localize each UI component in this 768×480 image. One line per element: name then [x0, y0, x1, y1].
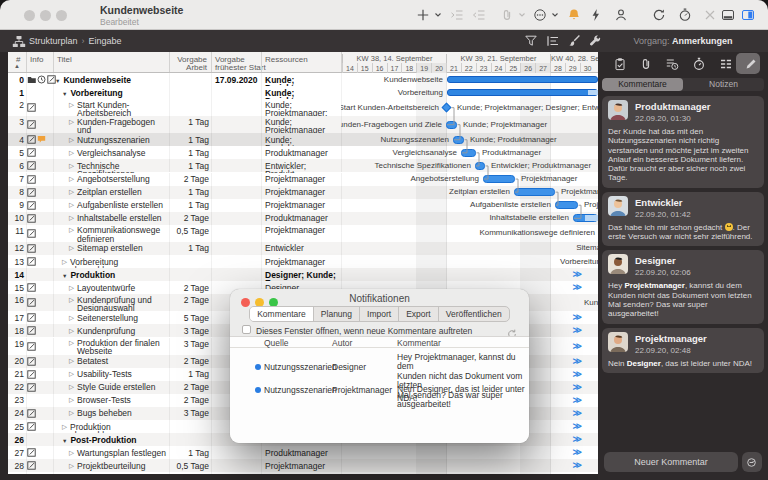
expand-arrow-icon[interactable]: ▷: [69, 149, 74, 157]
task-row[interactable]: 13▷Vorbereitung abgeschlossenProjektmana…: [8, 255, 598, 268]
annotations-pencil-tab[interactable]: [742, 55, 760, 73]
notification-row[interactable]: Nutzungsszenarien Designer Hey Projektma…: [230, 351, 529, 383]
filter-button[interactable]: [524, 34, 539, 49]
gantt-bar[interactable]: [555, 201, 578, 209]
add-button[interactable]: [415, 7, 431, 23]
comment-options-button[interactable]: [742, 452, 762, 472]
more-actions-chevron[interactable]: [547, 7, 563, 23]
expand-arrow-icon[interactable]: ▷: [69, 409, 74, 417]
inspector-tab-kommentare[interactable]: Kommentare: [602, 78, 683, 91]
comment-card[interactable]: Designer22.09.20, 02:06Hey Projektmanage…: [602, 250, 764, 323]
expand-arrow-icon[interactable]: ▷: [69, 327, 74, 335]
dialog-tab-veröffentlichen[interactable]: Veröffentlichen: [439, 307, 509, 321]
comment-card[interactable]: Produktmanager22.09.20, 01:30Der Kunde h…: [602, 96, 764, 188]
gantt-offscreen-marker[interactable]: ≫: [573, 269, 582, 279]
time-tracking-button[interactable]: [677, 7, 693, 23]
gantt-bar[interactable]: [573, 214, 598, 222]
style-button[interactable]: [567, 34, 582, 49]
planned-values-tab[interactable]: [663, 55, 681, 73]
collapse-arrow-icon[interactable]: ▼: [62, 437, 67, 445]
task-row[interactable]: 11▷Kommunikationswege definieren0,5 Tage…: [8, 225, 598, 242]
dialog-tab-import[interactable]: Import: [360, 307, 399, 321]
collapse-arrow-icon[interactable]: ▼: [62, 272, 67, 280]
task-row[interactable]: 9▷Aufgabenliste erstellen1 TagProjektman…: [8, 199, 598, 212]
indent-button[interactable]: [449, 7, 465, 23]
gantt-offscreen-marker[interactable]: ≫: [573, 395, 582, 405]
notifications-bell-button[interactable]: [566, 7, 582, 23]
col-title[interactable]: Titel: [57, 55, 72, 64]
minimize-window-button[interactable]: [40, 10, 51, 21]
expand-arrow-icon[interactable]: ▷: [69, 188, 74, 196]
expand-arrow-icon[interactable]: ▷: [69, 175, 74, 183]
expand-arrow-icon[interactable]: ▷: [69, 101, 74, 118]
breadcrumb[interactable]: Strukturplan›Eingabe: [29, 36, 122, 46]
expand-arrow-icon[interactable]: ▷: [69, 244, 74, 252]
task-row[interactable]: 8▷Zeitplan erstellen1 TagProjektmanagerZ…: [8, 186, 598, 199]
gantt-offscreen-marker[interactable]: ≫: [573, 421, 582, 431]
expand-arrow-icon[interactable]: ▷: [69, 226, 74, 243]
outline-options-button[interactable]: [546, 34, 561, 49]
gantt-bar[interactable]: [446, 121, 457, 129]
gantt-offscreen-marker[interactable]: ≫: [573, 473, 582, 474]
inspector-tab-notizen[interactable]: Notizen: [683, 78, 764, 91]
gantt-offscreen-marker[interactable]: ≫: [573, 408, 582, 418]
dialog-tab-kommentare[interactable]: Kommentare: [250, 307, 314, 321]
expand-arrow-icon[interactable]: ▷: [69, 136, 74, 144]
outdent-button[interactable]: [471, 7, 487, 23]
expand-arrow-icon[interactable]: ▷: [69, 449, 74, 457]
expand-arrow-icon[interactable]: ▷: [69, 284, 74, 292]
checklist-tab[interactable]: [611, 55, 629, 73]
new-comment-button[interactable]: Neuer Kommentar: [604, 452, 738, 472]
attach-button[interactable]: [499, 7, 515, 23]
expand-arrow-icon[interactable]: ▷: [69, 383, 74, 391]
task-row[interactable]: 29▷Finale Präsentation0,5 TageKunde; Pro…: [8, 472, 598, 474]
time-tab[interactable]: [690, 55, 708, 73]
dialog-col-autor[interactable]: Autor: [332, 338, 352, 348]
task-row[interactable]: 2▷Start Kunden- ArbeitsbereichKunde; Pro…: [8, 99, 598, 116]
expand-arrow-icon[interactable]: ▷: [69, 462, 74, 470]
gantt-offscreen-marker[interactable]: ≫: [573, 341, 582, 351]
gantt-offscreen-marker[interactable]: ≫: [573, 312, 582, 322]
columns-tab[interactable]: [717, 55, 735, 73]
expand-arrow-icon[interactable]: ▷: [69, 370, 74, 378]
task-row[interactable]: 4▷Nutzungsszenarien1 TagKunde; Produktma…: [8, 133, 598, 146]
gantt-bar[interactable]: [453, 136, 464, 144]
add-menu-chevron[interactable]: [430, 7, 446, 23]
comment-card[interactable]: Entwickler22.09.20, 01:42Das habe ich mi…: [602, 192, 764, 247]
gantt-bar[interactable]: [461, 149, 476, 157]
gantt-offscreen-marker[interactable]: ≫: [573, 382, 582, 392]
attachments-tab[interactable]: [637, 55, 655, 73]
task-row[interactable]: 7▷Angebotserstellung2 TageProjektmanager…: [8, 173, 598, 186]
actions-bolt-button[interactable]: [588, 7, 604, 23]
gantt-bar[interactable]: [447, 89, 598, 96]
gantt-offscreen-marker[interactable]: ≫: [573, 369, 582, 379]
gantt-bar[interactable]: [514, 188, 555, 196]
task-row[interactable]: 5▷Vergleichsanalyse1 TagProduktmanagerVe…: [8, 146, 598, 159]
task-row[interactable]: 3▷Kunden-Fragebogen und Ziele1 TagKunde;…: [8, 116, 598, 133]
more-actions-button[interactable]: [532, 7, 548, 23]
expand-arrow-icon[interactable]: ▷: [69, 214, 74, 222]
expand-arrow-icon[interactable]: ▷: [69, 201, 74, 209]
gantt-bar[interactable]: [475, 162, 485, 170]
task-row[interactable]: 1▼VorbereitungKunde; Projektman…Vorberei…: [8, 86, 598, 99]
task-row[interactable]: 10▷Inhaltstabelle erstellen2 TageProdukt…: [8, 212, 598, 225]
gantt-offscreen-marker[interactable]: ≫: [573, 447, 582, 457]
task-row[interactable]: 14▼ProduktionDesigner; Kunde; E…≫: [8, 268, 598, 281]
task-row[interactable]: 12▷Sitemap erstellen1 TagEntwicklerSitem…: [8, 242, 598, 255]
gantt-offscreen-marker[interactable]: ≫: [573, 282, 582, 292]
expand-arrow-icon[interactable]: ▷: [69, 357, 74, 365]
task-row[interactable]: 27▷Wartungsplan festlegen1 TagProduktman…: [8, 446, 598, 459]
dialog-col-kommentar[interactable]: Kommentar: [397, 338, 441, 348]
collapse-arrow-icon[interactable]: ▼: [55, 77, 60, 85]
col-info[interactable]: Info: [30, 55, 43, 64]
toggle-right-panel-button[interactable]: [740, 7, 756, 23]
gantt-bar[interactable]: [447, 76, 598, 83]
expand-arrow-icon[interactable]: ▷: [69, 339, 74, 356]
expand-arrow-icon[interactable]: ▷: [69, 396, 74, 404]
refresh-button[interactable]: [651, 7, 667, 23]
collapse-arrow-icon[interactable]: ▼: [62, 90, 67, 98]
close-window-button[interactable]: [24, 10, 35, 21]
resources-button[interactable]: [613, 7, 629, 23]
gantt-offscreen-marker[interactable]: ≫: [573, 325, 582, 335]
gantt-offscreen-marker[interactable]: ≫: [573, 356, 582, 366]
